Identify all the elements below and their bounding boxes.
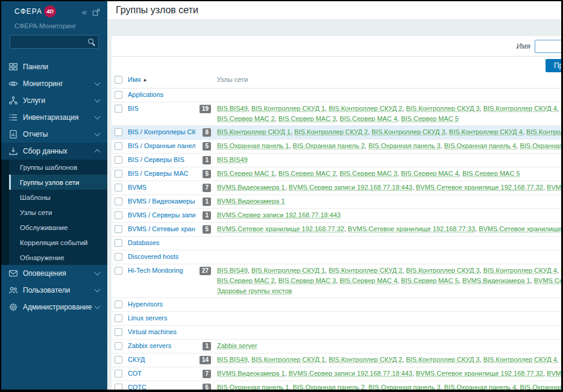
sidebar-item-maintenance[interactable]: Обслуживание <box>9 220 107 235</box>
row-checkbox[interactable] <box>115 198 122 205</box>
host-link[interactable]: BIS.Сервер MAC 5 <box>462 170 520 177</box>
host-link[interactable]: BVMS.Сетевое хранилище 192.168.77.34 <box>479 225 561 232</box>
row-checkbox[interactable] <box>115 142 122 150</box>
host-link[interactable]: BVMS.Сервер записи 192.168.77.18:443 <box>217 211 341 219</box>
host-link[interactable]: BVMS.Сетевое хранилище 192.168.77.33 <box>547 184 561 191</box>
host-link[interactable]: BVMS.Сетевое хранилище 192.168.77.33 <box>348 225 475 232</box>
apply-button[interactable]: Применить <box>546 59 563 72</box>
host-link[interactable]: BIS.Охранная панель 5 <box>520 384 561 391</box>
row-checkbox[interactable] <box>115 356 122 364</box>
host-link[interactable]: BIS.Контроллер СКУД 1 <box>251 356 325 363</box>
row-checkbox[interactable] <box>115 91 122 99</box>
row-checkbox[interactable] <box>115 184 122 191</box>
sidebar-item-event-correlation[interactable]: Корреляция событий <box>9 235 107 250</box>
host-link[interactable]: BIS.Сервер MAC 3 <box>278 277 336 284</box>
search-icon[interactable] <box>88 39 93 44</box>
host-link[interactable]: BIS.Контроллер СКУД 5 <box>561 105 561 112</box>
column-header-name[interactable]: Имя▲ <box>128 75 147 85</box>
host-link[interactable]: BVMS.Видеокамера 1 <box>462 277 530 284</box>
row-checkbox[interactable] <box>115 328 122 336</box>
select-all-checkbox[interactable] <box>115 76 122 84</box>
row-checkbox[interactable] <box>115 253 122 261</box>
host-link[interactable]: BIS.Контроллер СКУД 4 <box>483 105 557 112</box>
group-link[interactable]: Linux servers <box>128 314 167 322</box>
group-link[interactable]: Databases <box>128 239 160 246</box>
name-filter-input[interactable] <box>535 40 563 53</box>
host-link[interactable]: BVMS.Сетевое хранилище 192.168.77.32 <box>217 225 344 232</box>
group-link[interactable]: BIS / Контроллеры СКУД <box>128 128 195 135</box>
host-link[interactable]: BIS.Охранная панель 4 <box>444 142 516 149</box>
host-link[interactable]: BIS.Контроллер СКУД 3 <box>372 128 445 135</box>
sidebar-item-administration[interactable]: Администрирование <box>1 299 107 316</box>
popout-window-icon[interactable] <box>92 8 100 16</box>
host-link[interactable]: BIS.Контроллер СКУД 2 <box>329 267 402 274</box>
sidebar-item-inventory[interactable]: Инвентаризация <box>1 109 107 126</box>
host-link[interactable]: Zabbix server <box>217 342 257 349</box>
host-link[interactable]: BIS.Контроллер СКУД 5 <box>561 267 561 274</box>
host-link[interactable]: BIS.Сервер MAC 3 <box>339 170 397 177</box>
group-link[interactable]: Applications <box>128 91 163 98</box>
group-link[interactable]: BVMS <box>128 184 146 191</box>
row-checkbox[interactable] <box>115 156 122 164</box>
host-link[interactable]: BIS.BIS49 <box>217 267 248 274</box>
row-checkbox[interactable] <box>115 170 122 178</box>
group-link[interactable]: Discovered hosts <box>128 253 178 260</box>
group-link[interactable]: СОТ <box>128 370 142 377</box>
host-link[interactable]: BIS.Охранная панель 5 <box>520 142 561 149</box>
sidebar-item-reports[interactable]: Отчеты <box>1 126 107 143</box>
sidebar-item-monitoring[interactable]: Мониторинг <box>1 75 107 92</box>
host-link[interactable]: BIS.Охранная панель 1 <box>217 142 289 149</box>
host-link[interactable]: BIS.Контроллер СКУД 1 <box>251 267 325 274</box>
host-link[interactable]: BIS.Контроллер СКУД 1 <box>251 105 325 112</box>
host-link[interactable]: BIS.Охранная панель 3 <box>368 384 440 391</box>
search-input[interactable] <box>10 35 99 49</box>
row-checkbox[interactable] <box>115 370 122 378</box>
host-link[interactable]: BIS.Охранная панель 2 <box>293 142 365 149</box>
host-link[interactable]: BIS.Охранная панель 3 <box>368 142 440 149</box>
host-link[interactable]: BVMS.Сетевое хранилище 192.168.77.33 <box>547 370 561 377</box>
sidebar-item-dashboards[interactable]: Панели <box>1 58 107 75</box>
group-link[interactable]: СКУД <box>128 356 145 363</box>
host-link[interactable]: BIS.Контроллер СКУД 5 <box>561 356 561 363</box>
host-link[interactable]: BIS.Сервер MAC 5 <box>401 277 459 284</box>
host-link[interactable]: BIS.Охранная панель 2 <box>293 384 365 391</box>
group-link[interactable]: Hypervisors <box>128 300 163 308</box>
host-link[interactable]: BIS.Контроллер СКУД 5 <box>526 128 561 135</box>
sidebar-item-templates[interactable]: Шаблоны <box>9 190 107 205</box>
host-link[interactable]: BIS.Контроллер СКУД 2 <box>329 105 402 112</box>
host-link[interactable]: BIS.Сервер MAC 3 <box>278 115 336 122</box>
row-checkbox[interactable] <box>115 267 122 275</box>
group-link[interactable]: BVMS / Сетевые хранилища <box>128 225 195 232</box>
host-link[interactable]: BVMS.Видеокамера 1 <box>217 370 285 377</box>
host-link[interactable]: BIS.BIS49 <box>217 105 248 112</box>
row-checkbox[interactable] <box>115 384 122 391</box>
host-link[interactable]: BIS.Контроллер СКУД 2 <box>329 356 402 363</box>
host-link[interactable]: BIS.Контроллер СКУД 3 <box>406 267 479 274</box>
row-checkbox[interactable] <box>115 225 122 233</box>
sidebar-item-hosts[interactable]: Узлы сети <box>9 205 107 220</box>
group-link[interactable]: СОТС <box>128 384 146 391</box>
host-link[interactable]: BIS.Сервер MAC 2 <box>217 277 275 284</box>
host-link[interactable]: BVMS.Сетевое хранилище 192.168.77.32 <box>416 370 543 377</box>
host-link[interactable]: BIS.Охранная панель 1 <box>217 384 289 391</box>
group-link[interactable]: BVMS / Видеокамеры <box>128 198 195 205</box>
host-link[interactable]: BVMS.Сервер записи 192.168.77.18:443 <box>534 277 561 284</box>
row-checkbox[interactable] <box>115 300 122 308</box>
host-link[interactable]: Здоровье группы хостов <box>217 287 292 294</box>
host-link[interactable]: BIS.Контроллер СКУД 4 <box>483 356 557 363</box>
row-checkbox[interactable] <box>115 239 122 247</box>
host-link[interactable]: BIS.Контроллер СКУД 1 <box>217 128 291 135</box>
sidebar-item-data-collection[interactable]: Сбор данных <box>1 143 107 160</box>
group-link[interactable]: Virtual machines <box>128 328 177 335</box>
host-link[interactable]: BIS.Контроллер СКУД 2 <box>294 128 368 135</box>
host-link[interactable]: BIS.BIS49 <box>217 156 248 163</box>
sidebar-item-template-groups[interactable]: Группы шаблонов <box>9 160 107 175</box>
group-link[interactable]: BIS / Охранные панели <box>128 142 195 149</box>
sidebar-item-services[interactable]: Услуги <box>1 92 107 109</box>
host-link[interactable]: BVMS.Сервер записи 192.168.77.18:443 <box>289 184 412 191</box>
group-link[interactable]: BIS <box>128 105 139 112</box>
host-link[interactable]: BIS.Контроллер СКУД 3 <box>406 105 479 112</box>
sidebar-item-host-groups[interactable]: Группы узлов сети <box>9 175 107 190</box>
host-link[interactable]: BIS.Сервер MAC 2 <box>278 170 336 177</box>
group-link[interactable]: BIS / Серверы BIS <box>128 156 184 163</box>
